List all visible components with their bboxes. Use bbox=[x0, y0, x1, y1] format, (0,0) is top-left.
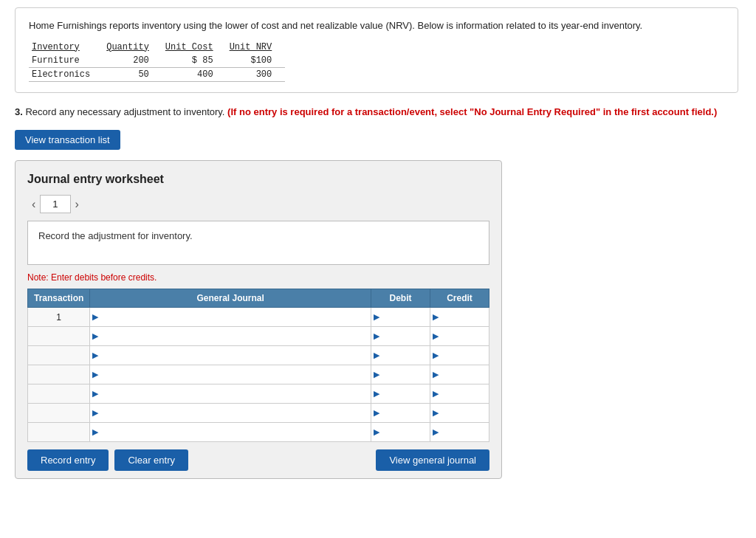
row-arrow-icon: ▶ bbox=[90, 389, 98, 399]
general-journal-cell[interactable]: ▶ bbox=[90, 327, 371, 346]
credit-cell[interactable]: ▶ bbox=[430, 423, 489, 442]
col-header-unit-cost: Unit Cost bbox=[162, 41, 227, 54]
table-row: ▶▶▶ bbox=[28, 384, 489, 404]
col-header-inventory: Inventory bbox=[29, 41, 103, 54]
debit-arrow-icon: ▶ bbox=[371, 408, 379, 418]
credit-cell[interactable]: ▶ bbox=[430, 327, 489, 346]
transaction-cell bbox=[28, 423, 90, 442]
credit-input[interactable] bbox=[439, 387, 489, 401]
next-tab-button[interactable]: › bbox=[71, 196, 83, 213]
debit-input[interactable] bbox=[379, 311, 430, 324]
question-section: 3. Record any necessary adjustment to in… bbox=[15, 105, 738, 120]
question-red-text: (If no entry is required for a transacti… bbox=[227, 106, 717, 117]
journal-entry-worksheet: Journal entry worksheet ‹ 1 › Record the… bbox=[15, 160, 502, 479]
general-journal-input[interactable] bbox=[98, 387, 371, 401]
view-general-journal-button[interactable]: View general journal bbox=[376, 449, 489, 471]
debit-input[interactable] bbox=[379, 407, 430, 420]
inventory-cell: 200 bbox=[103, 54, 162, 68]
row-arrow-icon: ▶ bbox=[90, 370, 98, 379]
col-header-unit-nrv: Unit NRV bbox=[227, 41, 286, 54]
table-row: ▶▶▶ bbox=[28, 423, 489, 442]
credit-arrow-icon: ▶ bbox=[430, 389, 439, 399]
debit-cell[interactable]: ▶ bbox=[371, 365, 430, 384]
debit-input[interactable] bbox=[379, 387, 430, 401]
credit-arrow-icon: ▶ bbox=[430, 427, 439, 437]
credit-cell[interactable]: ▶ bbox=[430, 404, 489, 423]
debit-input[interactable] bbox=[379, 349, 430, 362]
general-journal-cell[interactable]: ▶ bbox=[90, 404, 371, 423]
credit-cell[interactable]: ▶ bbox=[430, 308, 489, 327]
worksheet-title: Journal entry worksheet bbox=[27, 173, 489, 186]
credit-cell[interactable]: ▶ bbox=[430, 346, 489, 365]
table-row: ▶▶▶ bbox=[28, 404, 489, 423]
debit-cell[interactable]: ▶ bbox=[371, 346, 430, 365]
credit-arrow-icon: ▶ bbox=[430, 351, 439, 360]
credit-input[interactable] bbox=[439, 368, 489, 382]
credit-input[interactable] bbox=[439, 349, 489, 362]
debit-cell[interactable]: ▶ bbox=[371, 308, 430, 327]
general-journal-cell[interactable]: ▶ bbox=[90, 346, 371, 365]
general-journal-cell[interactable]: ▶ bbox=[90, 384, 371, 404]
debit-arrow-icon: ▶ bbox=[371, 370, 379, 379]
credit-arrow-icon: ▶ bbox=[430, 331, 439, 341]
debit-input[interactable] bbox=[379, 368, 430, 382]
credit-cell[interactable]: ▶ bbox=[430, 365, 489, 384]
debit-cell[interactable]: ▶ bbox=[371, 327, 430, 346]
general-journal-cell[interactable]: ▶ bbox=[90, 308, 371, 327]
col-header-debit: Debit bbox=[371, 289, 430, 308]
view-transaction-list-button[interactable]: View transaction list bbox=[15, 130, 120, 150]
general-journal-cell[interactable]: ▶ bbox=[90, 423, 371, 442]
credit-input[interactable] bbox=[439, 311, 489, 324]
table-row: ▶▶▶ bbox=[28, 346, 489, 365]
inventory-table: Inventory Quantity Unit Cost Unit NRV Fu… bbox=[29, 41, 285, 82]
clear-entry-button[interactable]: Clear entry bbox=[114, 449, 188, 471]
debit-input[interactable] bbox=[379, 330, 430, 343]
prev-tab-button[interactable]: ‹ bbox=[27, 196, 40, 213]
debit-cell[interactable]: ▶ bbox=[371, 404, 430, 423]
description-text: Record the adjustment for inventory. bbox=[38, 230, 193, 241]
credit-arrow-icon: ▶ bbox=[430, 370, 439, 379]
credit-input[interactable] bbox=[439, 330, 489, 343]
record-entry-button[interactable]: Record entry bbox=[27, 449, 109, 471]
row-arrow-icon: ▶ bbox=[90, 351, 98, 360]
credit-arrow-icon: ▶ bbox=[430, 408, 439, 418]
inventory-cell: Furniture bbox=[29, 54, 103, 68]
credit-input[interactable] bbox=[439, 407, 489, 420]
transaction-cell: 1 bbox=[28, 308, 90, 327]
transaction-cell bbox=[28, 346, 90, 365]
col-header-quantity: Quantity bbox=[103, 41, 162, 54]
col-header-general-journal: General Journal bbox=[90, 289, 371, 308]
credit-cell[interactable]: ▶ bbox=[430, 384, 489, 404]
general-journal-input[interactable] bbox=[98, 368, 371, 382]
general-journal-input[interactable] bbox=[98, 330, 371, 343]
credit-input[interactable] bbox=[439, 426, 489, 439]
debit-input[interactable] bbox=[379, 426, 430, 439]
transaction-cell bbox=[28, 384, 90, 404]
row-arrow-icon: ▶ bbox=[90, 331, 98, 341]
note-text: Note: Enter debits before credits. bbox=[27, 272, 489, 283]
inventory-cell: 300 bbox=[227, 67, 286, 81]
bottom-buttons-row: Record entry Clear entry View general jo… bbox=[27, 442, 489, 478]
general-journal-input[interactable] bbox=[98, 349, 371, 362]
general-journal-cell[interactable]: ▶ bbox=[90, 365, 371, 384]
debit-arrow-icon: ▶ bbox=[371, 351, 379, 360]
inventory-cell: 400 bbox=[162, 67, 227, 81]
transaction-cell bbox=[28, 404, 90, 423]
inventory-cell: 50 bbox=[103, 67, 162, 81]
col-header-credit: Credit bbox=[430, 289, 489, 308]
table-row: ▶▶▶ bbox=[28, 327, 489, 346]
debit-arrow-icon: ▶ bbox=[371, 312, 379, 322]
question-text: Record any necessary adjustment to inven… bbox=[25, 106, 224, 117]
debit-cell[interactable]: ▶ bbox=[371, 384, 430, 404]
current-tab[interactable]: 1 bbox=[40, 195, 70, 213]
general-journal-input[interactable] bbox=[98, 311, 371, 324]
question-number: 3. bbox=[15, 106, 23, 117]
general-journal-input[interactable] bbox=[98, 407, 371, 420]
info-box: Home Furnishings reports inventory using… bbox=[15, 7, 738, 93]
col-header-transaction: Transaction bbox=[28, 289, 90, 308]
debit-cell[interactable]: ▶ bbox=[371, 423, 430, 442]
debit-arrow-icon: ▶ bbox=[371, 331, 379, 341]
row-arrow-icon: ▶ bbox=[90, 408, 98, 418]
transaction-cell bbox=[28, 327, 90, 346]
general-journal-input[interactable] bbox=[98, 426, 371, 439]
